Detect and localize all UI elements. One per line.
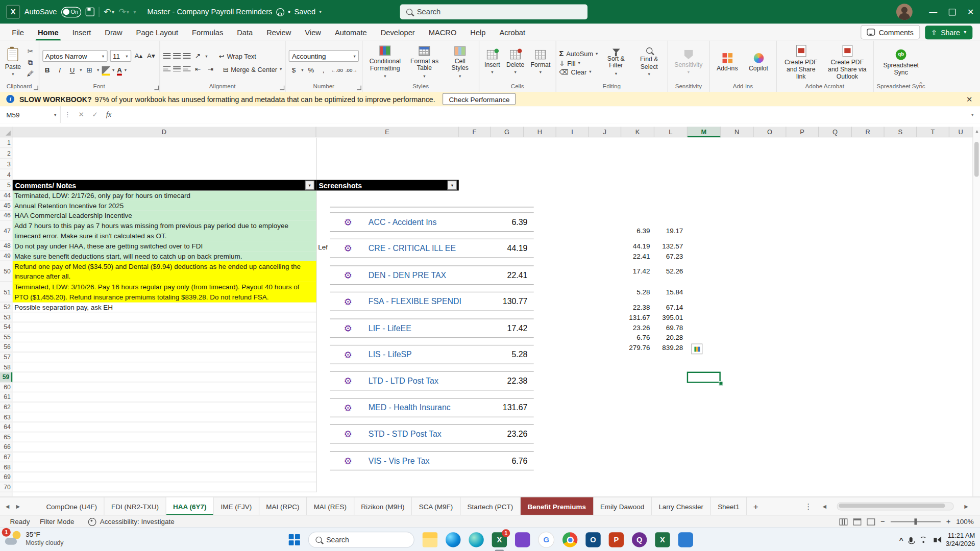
row-header-66[interactable]: 66 xyxy=(0,442,12,453)
cell-K48[interactable]: 44.19 xyxy=(621,241,650,252)
formula-bar-expand-icon[interactable]: ▾ xyxy=(965,106,980,123)
cut-button[interactable]: ✂ xyxy=(26,46,36,57)
create-pdf-outlook-button[interactable]: Create PDF and Share via Outlook xyxy=(825,43,870,81)
google-icon[interactable]: G xyxy=(538,532,554,548)
save-icon[interactable] xyxy=(86,8,94,16)
comment-cell-row-48[interactable]: Do not pay under HAA, these are getting … xyxy=(12,241,316,252)
cell-L54[interactable]: 69.78 xyxy=(654,322,683,333)
column-header-f[interactable]: F xyxy=(459,127,491,137)
clipboard-dialog-launcher-icon[interactable] xyxy=(34,86,38,90)
tab-options-icon[interactable]: ⋮ xyxy=(804,502,812,511)
number-format-select[interactable]: Accounting▾ xyxy=(289,50,359,62)
sheet-tab-startech-pct[interactable]: Startech (PCT) xyxy=(460,497,521,516)
italic-button[interactable]: I xyxy=(55,65,65,75)
comment-cell-row-46[interactable]: HAA Commercial Leadership Incentive xyxy=(12,211,316,221)
sheet-tab-fdi-nr2-txu[interactable]: FDI (NR2-TXU) xyxy=(105,497,166,516)
comment-cell-row-50[interactable]: Refund one pay of Med ($34.50) and Denta… xyxy=(12,261,316,282)
cell-K52[interactable]: 22.38 xyxy=(621,303,650,313)
orientation-button[interactable]: ↗ xyxy=(193,51,203,61)
vertical-scrollbar[interactable]: ▲ xyxy=(972,127,980,497)
cancel-entry-icon[interactable]: ✕ xyxy=(75,106,88,123)
cell-K49[interactable]: 22.41 xyxy=(621,251,650,261)
ribbon-tab-insert[interactable]: Insert xyxy=(65,24,98,41)
column-header-e[interactable]: E xyxy=(316,127,459,137)
zoom-out-icon[interactable]: − xyxy=(880,517,885,526)
ribbon-tab-formulas[interactable]: Formulas xyxy=(185,24,230,41)
cell-L51[interactable]: 15.84 xyxy=(654,282,683,302)
page-break-view-icon[interactable] xyxy=(867,518,875,525)
start-button[interactable] xyxy=(289,534,300,545)
new-sheet-button[interactable]: + xyxy=(747,497,765,516)
microphone-icon[interactable] xyxy=(910,537,913,542)
format-as-table-button[interactable]: Format as Table▾ xyxy=(407,45,442,80)
column-header-i[interactable]: I xyxy=(556,127,589,137)
delete-cells-button[interactable]: Delete▾ xyxy=(504,48,526,77)
row-header-56[interactable]: 56 xyxy=(0,342,12,353)
ribbon-tab-review[interactable]: Review xyxy=(260,24,298,41)
increase-indent-button[interactable]: ⇥ xyxy=(205,64,215,74)
sheet-tab-mai-rpc[interactable]: MAI (RPC) xyxy=(259,497,307,516)
align-middle-icon[interactable] xyxy=(173,53,181,59)
align-bottom-icon[interactable] xyxy=(183,53,190,59)
underline-chevron-icon[interactable]: ▾ xyxy=(80,67,82,72)
create-pdf-share-link-button[interactable]: Create PDF and Share link xyxy=(780,43,822,81)
powerpoint-icon[interactable]: P xyxy=(609,532,624,547)
cell-L53[interactable]: 395.01 xyxy=(654,312,683,322)
file-explorer-icon[interactable] xyxy=(423,532,437,547)
ribbon-tab-developer[interactable]: Developer xyxy=(374,24,422,41)
spreadsheet-sync-button[interactable]: qb Spreadsheet Sync xyxy=(876,48,925,78)
zoom-slider[interactable] xyxy=(891,521,941,522)
comment-cell-row-45[interactable]: Annual Retention Incentive for 2025 xyxy=(12,201,316,211)
sort-filter-button[interactable]: Sort & Filter▾ xyxy=(600,47,631,78)
row-header-50[interactable]: 50 xyxy=(0,261,12,282)
scroll-up-icon[interactable]: ▲ xyxy=(973,127,980,135)
cell-K56[interactable]: 279.76 xyxy=(621,342,650,353)
column-header-t[interactable]: T xyxy=(917,127,949,137)
comment-cell-row-49[interactable]: Make sure benefit deductions start, will… xyxy=(12,251,316,261)
percent-style-button[interactable]: % xyxy=(306,65,316,75)
row-header-68[interactable]: 68 xyxy=(0,462,12,472)
zoom-slider-thumb[interactable] xyxy=(914,518,917,524)
sheet-tab-rizikon-m9h[interactable]: Rizikon (M9H) xyxy=(354,497,412,516)
vertical-scroll-thumb[interactable] xyxy=(974,142,979,177)
ribbon-tab-view[interactable]: View xyxy=(298,24,328,41)
taskbar-search[interactable]: Search xyxy=(308,532,414,548)
name-box[interactable]: M59 ▾ xyxy=(0,106,61,123)
decrease-indent-button[interactable]: ⇤ xyxy=(193,64,203,74)
underline-button[interactable]: U xyxy=(67,65,78,75)
row-header-64[interactable]: 64 xyxy=(0,422,12,433)
column-header-u[interactable]: U xyxy=(949,127,972,137)
select-all-corner[interactable] xyxy=(0,127,12,138)
column-header-r[interactable]: R xyxy=(852,127,885,137)
comment-cell-row-52[interactable]: Possible separation pay, ask EH xyxy=(12,303,316,313)
cell-K53[interactable]: 131.67 xyxy=(621,312,650,322)
selected-cell[interactable] xyxy=(687,372,721,383)
font-size-select[interactable]: 11▾ xyxy=(110,50,131,62)
sheet-tab-compone-u4f[interactable]: CompOne (U4F) xyxy=(39,497,105,516)
cell-K51[interactable]: 5.28 xyxy=(621,282,650,302)
edge-icon[interactable] xyxy=(446,532,460,547)
row-header-54[interactable]: 54 xyxy=(0,322,12,333)
chrome-icon[interactable] xyxy=(562,532,577,547)
customize-qat-icon[interactable]: ▾ xyxy=(133,9,136,15)
row-header-5[interactable]: 5 xyxy=(0,180,12,191)
row-header-67[interactable]: 67 xyxy=(0,453,12,463)
smart-tag-icon[interactable] xyxy=(691,343,702,354)
paste-button[interactable]: Paste ▾ xyxy=(3,46,23,78)
row-header-62[interactable]: 62 xyxy=(0,403,12,413)
comment-cell-row-51[interactable]: Terminated, LDW: 3/10/26. Pay 16 hours r… xyxy=(12,282,316,302)
row-header-63[interactable]: 63 xyxy=(0,412,12,422)
search-box[interactable]: Search xyxy=(400,5,587,19)
weather-widget[interactable]: 1 35°F Mostly cloudy xyxy=(5,531,64,547)
column-header-n[interactable]: N xyxy=(721,127,754,137)
comments-header-filter-button[interactable]: ▼ xyxy=(305,181,314,190)
redo-button[interactable]: ↷▾ xyxy=(118,7,129,17)
row-header-1[interactable]: 1 xyxy=(0,137,12,148)
accounting-format-button[interactable]: $ xyxy=(289,65,299,75)
clear-button[interactable]: ⌫ Clear▾ xyxy=(559,68,598,76)
minimize-button[interactable]: — xyxy=(924,0,943,24)
close-button[interactable]: ✕ xyxy=(961,0,980,24)
copilot-button[interactable]: Copilot xyxy=(744,52,773,73)
outlook-icon[interactable]: O xyxy=(585,532,600,547)
row-header-45[interactable]: 45 xyxy=(0,201,12,211)
